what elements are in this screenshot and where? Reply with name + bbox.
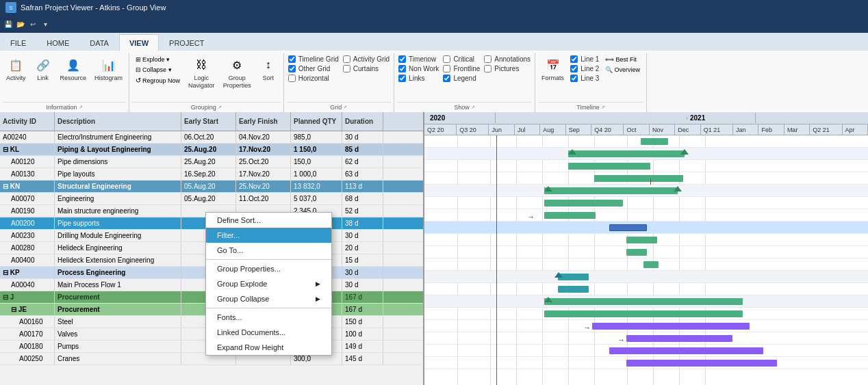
tab-project[interactable]: PROJECT	[159, 34, 214, 51]
ribbon-btn-logic-navigator[interactable]: ⛓ Logic Navigator	[185, 55, 218, 101]
activity-label: Activity	[6, 75, 26, 82]
check-activity-grid[interactable]: Activity Grid	[342, 55, 391, 64]
grid-expand-icon[interactable]: ↗	[343, 105, 347, 110]
check-frontline[interactable]: Frontline	[442, 64, 481, 73]
timeline-expand-icon[interactable]: ↗	[601, 105, 605, 110]
ribbon-btn-activity[interactable]: 📋 Activity	[3, 55, 29, 101]
cell-id: A00280	[0, 242, 55, 254]
cell-desc: Piping & Layout Engineering	[55, 144, 181, 155]
qa-save[interactable]: 💾	[3, 18, 14, 29]
logic-navigator-icon: ⛓	[193, 57, 209, 73]
show-expand-icon[interactable]: ↗	[471, 105, 475, 110]
ribbon-btn-best-fit[interactable]: ⟺ Best Fit	[602, 55, 643, 64]
check-timeline-grid[interactable]: Timeline Grid	[287, 55, 340, 64]
check-legend[interactable]: Legend	[442, 74, 481, 83]
cm-group-properties[interactable]: Group Properties...	[206, 261, 331, 276]
ribbon-btn-histogram[interactable]: 📊 Histogram	[91, 55, 126, 101]
check-other-grid[interactable]: Other Grid	[287, 64, 340, 73]
gantt-row	[424, 258, 868, 271]
cm-define-sort[interactable]: Define Sort...	[206, 213, 331, 228]
grouping-expand-icon[interactable]: ↗	[218, 105, 222, 110]
table-row[interactable]: ⊟ KL Piping & Layout Engineering 25.Aug.…	[0, 144, 423, 156]
cell-start: 25.Aug.20	[181, 144, 236, 155]
ribbon-btn-resource[interactable]: 👤 Resource	[57, 55, 90, 101]
cell-dur: 38 d	[342, 217, 383, 229]
ribbon-btn-overview[interactable]: 🔍 Overview	[602, 65, 643, 75]
tab-view[interactable]: VIEW	[119, 34, 159, 51]
check-critical[interactable]: Critical	[442, 55, 481, 64]
cell-desc: Main structure engineering	[55, 205, 181, 217]
qa-more[interactable]: ▾	[40, 18, 51, 29]
cell-id: A00180	[0, 341, 55, 352]
cell-desc: Main Process Flow 1	[55, 279, 181, 291]
tab-data[interactable]: DATA	[79, 34, 119, 51]
gantt-bar	[544, 187, 678, 194]
tab-file[interactable]: FILE	[0, 34, 36, 51]
ribbon-btn-link[interactable]: 🔗 Link	[31, 55, 55, 101]
milestone-marker	[544, 297, 552, 302]
cell-dur: 30 d	[342, 267, 383, 278]
information-expand-icon[interactable]: ↗	[79, 105, 83, 110]
ribbon-btn-explode[interactable]: ⊞ Explode ▾	[132, 55, 183, 64]
cm-linked-documents-label: Linked Documents...	[217, 328, 285, 336]
ribbon-btn-collapse[interactable]: ⊟ Collapse ▾	[132, 65, 183, 75]
ribbon-btn-group-props[interactable]: ⚙ Group Properties	[220, 55, 255, 101]
table-row[interactable]: A00070 Engineering 05.Aug.20 11.Oct.20 5…	[0, 193, 423, 205]
col-header-description: Description	[55, 112, 181, 131]
cm-fonts[interactable]: Fonts...	[206, 310, 331, 325]
cell-desc: Engineering	[55, 193, 181, 204]
check-pictures[interactable]: Pictures	[483, 64, 532, 73]
ribbon-btn-regroup[interactable]: ↺ Regroup Now	[132, 75, 183, 85]
check-line3[interactable]: Line 3	[569, 74, 600, 83]
cell-finish: 25.Nov.20	[236, 181, 291, 192]
cm-group-explode[interactable]: Group Explode ▶	[206, 276, 331, 291]
cm-fonts-label: Fonts...	[217, 313, 242, 321]
col-header-activity-id: Activity ID	[0, 112, 55, 131]
table-row[interactable]: ⊟ KN Structural Engineering 05.Aug.20 25…	[0, 181, 423, 193]
cm-group-collapse[interactable]: Group Collapse ▶	[206, 291, 331, 306]
cm-expand-row[interactable]: Expand Row Height	[206, 340, 331, 355]
formats-icon: 📅	[545, 57, 561, 73]
check-annotations[interactable]: Annotations	[483, 55, 532, 64]
cell-desc: Helideck Engineering	[55, 242, 181, 254]
best-fit-label: Best Fit	[615, 56, 637, 63]
gantt-row	[424, 283, 868, 295]
timeline-fit-col: ⟺ Best Fit 🔍 Overview	[602, 55, 643, 101]
sort-label: Sort	[262, 75, 274, 82]
check-non-work[interactable]: Non Work	[397, 64, 440, 73]
cell-id: A00240	[0, 131, 55, 143]
link-arrow: →	[617, 336, 625, 344]
check-timenow[interactable]: Timenow	[397, 55, 440, 64]
ribbon-btn-sort[interactable]: ↕ Sort	[256, 55, 281, 101]
check-line2[interactable]: Line 2	[569, 64, 600, 73]
resource-label: Resource	[60, 75, 87, 82]
cell-dur: 52 d	[342, 205, 383, 217]
cell-dur: 100 d	[342, 328, 383, 340]
check-links[interactable]: Links	[397, 74, 440, 83]
qa-open[interactable]: 📂	[15, 18, 26, 29]
table-row[interactable]: A00240 Electro/Instrument Engineering 06…	[0, 131, 423, 144]
qa-undo[interactable]: ↩	[27, 18, 38, 29]
milestone-marker	[568, 149, 576, 155]
table-row[interactable]: A00120 Pipe dimensions 25.Aug.20 25.Oct.…	[0, 156, 423, 168]
cell-id: A00040	[0, 279, 55, 291]
tab-home[interactable]: HOME	[36, 34, 79, 51]
ribbon-btn-formats[interactable]: 📅 Formats	[538, 55, 567, 101]
col-header-early-finish: Early Finish	[236, 112, 291, 131]
check-horizontal[interactable]: Horizontal	[287, 74, 340, 83]
gantt-row	[424, 160, 868, 172]
cm-group-properties-label: Group Properties...	[217, 265, 281, 273]
check-line1[interactable]: Line 1	[569, 55, 600, 64]
regroup-label: Regroup Now	[142, 77, 180, 84]
cm-go-to[interactable]: Go To...	[206, 243, 331, 258]
cell-id: A00190	[0, 205, 55, 217]
cm-filter[interactable]: Filter...	[206, 228, 331, 243]
cell-finish: 04.Nov.20	[236, 131, 291, 143]
cm-linked-documents[interactable]: Linked Documents...	[206, 325, 331, 340]
check-curtains[interactable]: Curtains	[342, 64, 391, 73]
gantt-row	[424, 345, 868, 357]
table-row[interactable]: A00130 Pipe layouts 16.Sep.20 17.Nov.20 …	[0, 168, 423, 181]
cell-start: 16.Sep.20	[181, 168, 236, 180]
gantt-row: →	[424, 332, 868, 345]
cell-dur: 149 d	[342, 341, 383, 352]
